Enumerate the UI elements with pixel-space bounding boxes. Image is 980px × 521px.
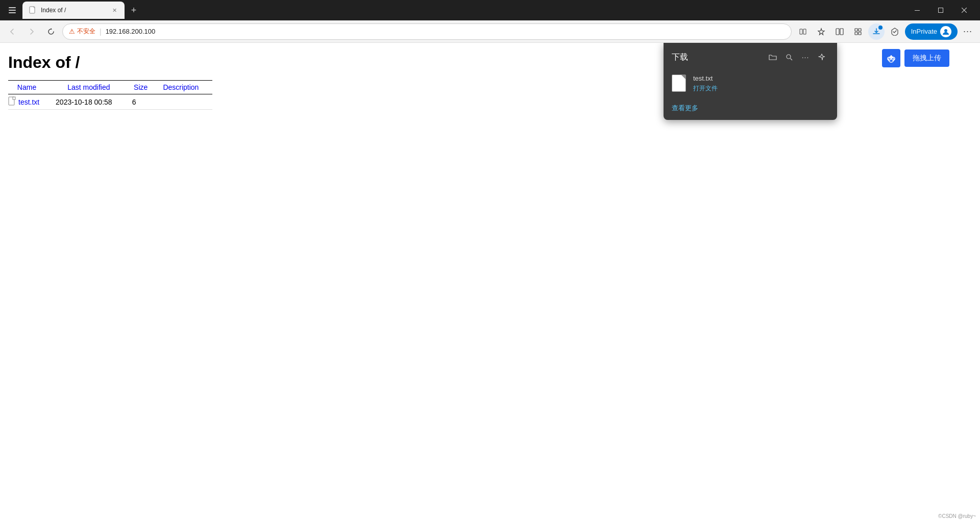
file-list: test.txt2023-10-18 00:586 [8, 94, 212, 110]
table-header-row: Name Last modified Size Description [8, 81, 212, 94]
svg-rect-10 [855, 29, 857, 31]
file-link[interactable]: test.txt [18, 98, 39, 106]
sidebar-toggle-btn[interactable] [4, 2, 20, 18]
new-tab-button[interactable]: + [127, 3, 141, 17]
tab-title: Index of / [41, 7, 106, 14]
baidu-upload-button[interactable]: 拖拽上传 [904, 49, 949, 67]
col-name-link[interactable]: Name [17, 83, 36, 91]
svg-point-14 [944, 29, 947, 32]
download-search-btn[interactable] [782, 50, 796, 64]
download-open-folder-btn[interactable] [766, 50, 780, 64]
address-divider: | [100, 28, 102, 36]
col-modified-link[interactable]: Last modified [67, 83, 110, 91]
svg-rect-13 [859, 32, 861, 35]
baidu-bar: 拖拽上传 [882, 49, 949, 67]
file-size-cell: 6 [132, 94, 160, 110]
svg-rect-11 [859, 29, 861, 31]
security-warning: ⚠ 不安全 [69, 27, 95, 36]
download-panel-title: 下载 [672, 52, 762, 63]
svg-rect-4 [915, 10, 920, 11]
download-panel-footer: 查看更多 [664, 98, 837, 120]
file-desc-cell [160, 94, 212, 110]
page-footer: ©CSDN @ruby~ [938, 513, 976, 519]
svg-line-18 [791, 59, 793, 61]
download-button[interactable] [868, 23, 885, 40]
file-modified-cell: 2023-10-18 00:58 [56, 94, 132, 110]
nav-bar: ⚠ 不安全 | 192.168.200.100 [0, 20, 980, 43]
tab-close-btn[interactable]: ✕ [110, 6, 118, 14]
col-size-link[interactable]: Size [134, 83, 148, 91]
file-table: Name Last modified Size Description [8, 80, 212, 110]
download-item-name: test.txt [693, 75, 829, 82]
page-content: Index of / Name Last modified Size [0, 43, 980, 521]
download-open-file-link[interactable]: 打开文件 [693, 85, 718, 92]
back-button[interactable] [4, 23, 20, 40]
download-pin-btn[interactable] [815, 50, 829, 64]
download-panel: 下载 ··· [664, 43, 837, 120]
more-button[interactable]: ··· [960, 23, 976, 40]
table-row: test.txt2023-10-18 00:586 [8, 94, 212, 110]
baidu-icon [882, 49, 900, 67]
watermark-text: ©CSDN @ruby~ [938, 513, 976, 519]
inprivate-label: InPrivate [911, 28, 937, 35]
minimize-button[interactable] [905, 2, 929, 18]
address-bar[interactable]: ⚠ 不安全 | 192.168.200.100 [62, 23, 792, 40]
doc-icon [672, 75, 686, 92]
svg-rect-8 [836, 29, 839, 35]
close-button[interactable] [952, 2, 976, 18]
svg-rect-0 [9, 7, 16, 8]
svg-rect-2 [9, 12, 16, 13]
svg-rect-12 [855, 32, 857, 35]
browser-essentials-button[interactable] [887, 23, 903, 40]
warning-icon: ⚠ [69, 28, 75, 35]
file-name-cell: test.txt [8, 94, 56, 110]
col-name-header: Name [8, 81, 56, 94]
security-text: 不安全 [77, 27, 95, 36]
profile-avatar [940, 26, 951, 37]
download-file-icon [672, 75, 688, 93]
svg-rect-1 [9, 10, 16, 11]
split-screen-button[interactable] [831, 23, 848, 40]
col-modified-header: Last modified [56, 81, 132, 94]
favorites-button[interactable] [813, 23, 829, 40]
col-size-header: Size [132, 81, 160, 94]
download-header-actions: ··· [766, 50, 829, 64]
address-url[interactable]: 192.168.200.100 [106, 28, 785, 35]
download-indicator [878, 26, 883, 30]
active-tab[interactable]: Index of / ✕ [22, 2, 125, 19]
see-more-link[interactable]: 查看更多 [672, 104, 698, 112]
col-desc-link[interactable]: Description [163, 83, 199, 91]
download-panel-header: 下载 ··· [664, 43, 837, 69]
tab-favicon [29, 6, 37, 14]
svg-rect-9 [840, 29, 843, 35]
download-more-btn[interactable]: ··· [798, 50, 813, 64]
extensions-button[interactable] [850, 23, 866, 40]
maximize-button[interactable] [929, 2, 952, 18]
inprivate-button[interactable]: InPrivate [905, 23, 958, 40]
refresh-button[interactable] [43, 23, 59, 40]
tab-bar: Index of / ✕ + [22, 0, 903, 20]
reader-mode-button[interactable] [795, 23, 811, 40]
svg-rect-16 [13, 97, 15, 100]
forward-button[interactable] [23, 23, 40, 40]
svg-rect-5 [939, 8, 943, 13]
download-item-info: test.txt 打开文件 [693, 75, 829, 93]
file-icon [8, 96, 16, 107]
title-bar: Index of / ✕ + [0, 0, 980, 20]
col-desc-header: Description [160, 81, 212, 94]
download-item-testtxt: test.txt 打开文件 [664, 69, 837, 98]
svg-point-17 [787, 55, 791, 59]
window-controls [905, 2, 976, 18]
toolbar-right: InPrivate ··· [795, 23, 976, 40]
